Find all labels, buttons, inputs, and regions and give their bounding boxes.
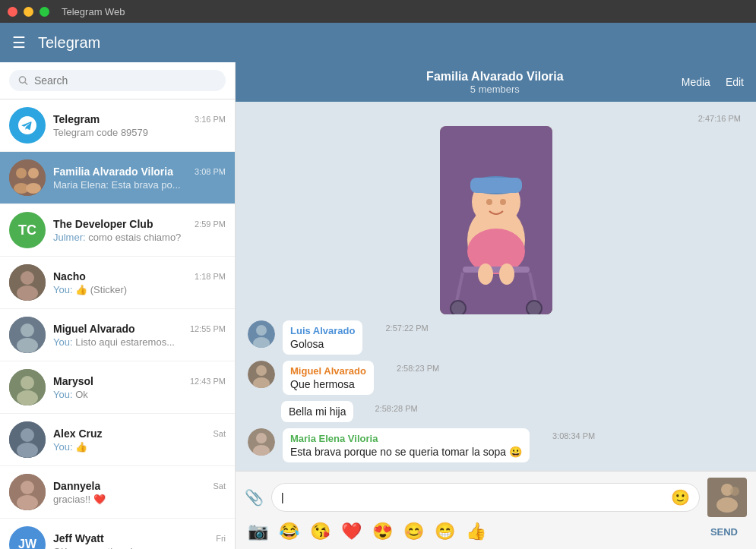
emoji-hearts-eyes[interactable]: 😍 xyxy=(372,522,393,541)
search-icon xyxy=(18,75,28,86)
emoji-smile[interactable]: 😊 xyxy=(403,522,424,541)
chat-input-area: 📎 🙂 xyxy=(236,471,756,549)
search-input[interactable] xyxy=(34,74,217,87)
chat-preview: gracias!! ❤️ xyxy=(53,494,226,505)
chat-time: Sat xyxy=(213,429,226,438)
chat-name: Marysol xyxy=(53,375,93,387)
message-text: Que hermosa xyxy=(290,378,366,390)
message-text: Golosa xyxy=(290,338,355,350)
message-row: Miguel Alvarado Que hermosa 2:58:23 PM xyxy=(248,361,744,395)
message-bubble: Bella mi hija xyxy=(281,401,353,422)
chat-info: Marysol 12:43 PM You: Ok xyxy=(53,375,226,400)
search-wrapper[interactable] xyxy=(9,70,226,91)
edit-button[interactable]: Edit xyxy=(726,76,744,88)
svg-point-36 xyxy=(451,301,466,314)
svg-point-41 xyxy=(256,325,267,336)
close-button[interactable] xyxy=(8,7,17,17)
svg-rect-33 xyxy=(463,267,530,273)
emoji-thumbsup[interactable]: 👍 xyxy=(466,522,486,541)
chat-item-miguel[interactable]: Miguel Alvarado 12:55 PM You: Listo aqui… xyxy=(0,309,235,361)
emoji-camera[interactable]: 📷 xyxy=(248,522,268,541)
chat-time: 1:18 PM xyxy=(195,272,226,281)
chat-item-developer[interactable]: TC The Developer Club 2:59 PM Julmer: co… xyxy=(0,204,235,257)
chat-name: The Developer Club xyxy=(53,218,153,230)
chat-list: Telegram 3:16 PM Telegram code 89579 xyxy=(0,99,235,549)
message-sender: Miguel Alvarado xyxy=(290,365,366,377)
messages-area: 2:47:16 PM xyxy=(236,102,756,471)
message-input[interactable] xyxy=(281,491,665,503)
chat-time: Sat xyxy=(213,481,226,491)
chat-time: 3:08 PM xyxy=(195,167,226,176)
chat-preview: You: Listo aqui estaremos... xyxy=(53,336,226,348)
attachment-button[interactable]: 📎 xyxy=(245,488,264,506)
chat-time: 12:55 PM xyxy=(190,324,226,333)
emoji-heart[interactable]: ❤️ xyxy=(341,522,362,541)
chat-preview: Julmer: como estais chiamo? xyxy=(53,232,226,243)
maximize-button[interactable] xyxy=(40,7,49,17)
svg-point-39 xyxy=(499,263,514,285)
chat-preview: You: 👍 (Sticker) xyxy=(53,284,226,295)
right-thumbnail xyxy=(707,478,747,517)
chat-item-familia[interactable]: Familia Alvarado Viloria 3:08 PM Maria E… xyxy=(0,152,235,204)
svg-point-51 xyxy=(716,497,738,513)
svg-point-17 xyxy=(21,428,34,442)
svg-point-8 xyxy=(21,271,34,285)
avatar xyxy=(9,369,46,405)
message-content: Maria Elena Viloria Esta brava porque no… xyxy=(283,428,530,462)
emoji-picker-button[interactable]: 🙂 xyxy=(671,488,690,506)
emoji-laugh[interactable]: 😂 xyxy=(279,522,299,541)
svg-point-18 xyxy=(17,443,38,458)
app-title: Telegram Web xyxy=(62,6,125,17)
svg-point-9 xyxy=(17,286,38,301)
chat-info: Miguel Alvarado 12:55 PM You: Listo aqui… xyxy=(53,323,226,348)
emoji-kiss[interactable]: 😘 xyxy=(310,522,331,541)
svg-point-37 xyxy=(527,301,542,314)
message-sender: Luis Alvarado xyxy=(290,325,355,336)
svg-point-4 xyxy=(28,168,39,178)
chat-item-telegram[interactable]: Telegram 3:16 PM Telegram code 89579 xyxy=(0,99,235,152)
send-button[interactable]: SEND xyxy=(704,523,744,541)
svg-point-38 xyxy=(478,263,493,285)
avatar: TC xyxy=(9,212,46,248)
chat-name: Alex Cruz xyxy=(53,428,103,440)
chat-preview: OK see you there! xyxy=(53,546,226,550)
chat-info: Dannyela Sat gracias!! ❤️ xyxy=(53,480,226,505)
chat-header: Familia Alvarado Viloria 5 members Media… xyxy=(236,62,756,102)
photo-placeholder xyxy=(440,126,552,314)
avatar xyxy=(9,421,46,458)
minimize-button[interactable] xyxy=(24,7,33,17)
chat-info: The Developer Club 2:59 PM Julmer: como … xyxy=(53,218,226,243)
chat-name: Nacho xyxy=(53,270,86,282)
svg-line-1 xyxy=(25,82,27,84)
svg-point-12 xyxy=(17,338,38,353)
image-time: 2:47:16 PM xyxy=(698,114,741,123)
svg-point-44 xyxy=(256,365,267,376)
menu-button[interactable]: ☰ xyxy=(12,33,26,52)
chat-header-members: 5 members xyxy=(308,84,682,95)
image-message: 2:47:16 PM xyxy=(248,114,744,314)
chat-name: Jeff Wyatt xyxy=(53,532,104,544)
emoji-grin[interactable]: 😁 xyxy=(435,522,455,541)
avatar xyxy=(9,159,46,196)
chat-info: Nacho 1:18 PM You: 👍 (Sticker) xyxy=(53,270,226,295)
chat-time: 3:16 PM xyxy=(195,115,226,124)
media-button[interactable]: Media xyxy=(682,76,710,88)
svg-point-15 xyxy=(17,390,38,405)
chat-preview: Maria Elena: Esta brava po... xyxy=(53,179,226,191)
message-text: Esta brava porque no se queria tomar la … xyxy=(290,446,522,458)
content-area: Telegram 3:16 PM Telegram code 89579 xyxy=(0,62,756,549)
chat-item-dannyela[interactable]: Dannyela Sat gracias!! ❤️ xyxy=(0,466,235,519)
avatar xyxy=(9,264,46,301)
message-time: 3:08:34 PM xyxy=(552,431,595,440)
main-header: ☰ Telegram xyxy=(0,23,756,62)
avatar xyxy=(9,474,46,510)
avatar: JW xyxy=(9,526,46,549)
chat-header-actions: Media Edit xyxy=(682,76,744,88)
chat-item-marysol[interactable]: Marysol 12:43 PM You: Ok xyxy=(0,361,235,414)
chat-item-nacho[interactable]: Nacho 1:18 PM You: 👍 (Sticker) xyxy=(0,257,235,309)
avatar xyxy=(9,107,46,144)
chat-item-alex[interactable]: Alex Cruz Sat You: 👍 xyxy=(0,414,235,466)
message-avatar xyxy=(248,361,275,388)
svg-point-47 xyxy=(256,433,267,443)
chat-item-jeff[interactable]: JW Jeff Wyatt Fri OK see you there! xyxy=(0,519,235,549)
